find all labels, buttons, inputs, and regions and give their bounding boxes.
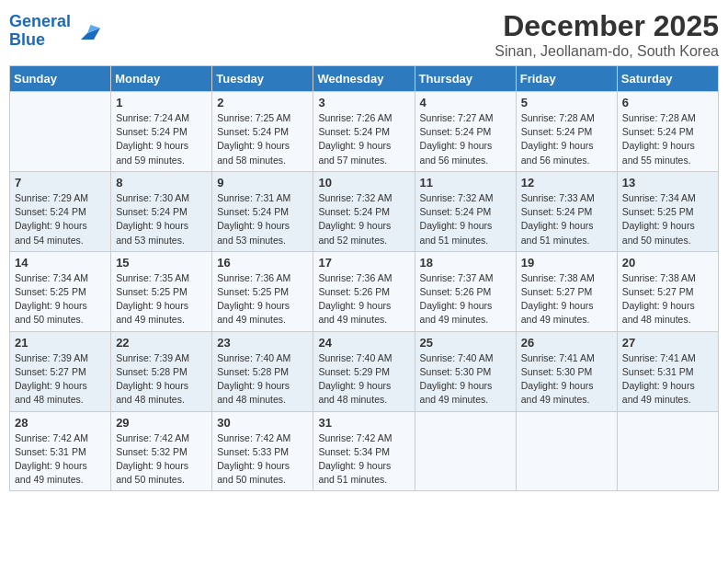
calendar-cell: 27Sunrise: 7:41 AMSunset: 5:31 PMDayligh… <box>617 331 718 411</box>
header-day-thursday: Thursday <box>415 66 516 92</box>
calendar-cell: 15Sunrise: 7:35 AMSunset: 5:25 PMDayligh… <box>111 251 212 331</box>
cell-text: Sunrise: 7:32 AMSunset: 5:24 PMDaylight:… <box>318 191 409 247</box>
header-day-monday: Monday <box>111 66 212 92</box>
cell-text: Sunrise: 7:40 AMSunset: 5:28 PMDaylight:… <box>217 351 308 408</box>
day-number: 15 <box>116 256 207 270</box>
calendar-table: SundayMondayTuesdayWednesdayThursdayFrid… <box>9 65 719 491</box>
calendar-body: 1Sunrise: 7:24 AMSunset: 5:24 PMDaylight… <box>10 92 719 491</box>
day-number: 20 <box>622 256 713 270</box>
day-number: 2 <box>217 96 308 109</box>
calendar-cell: 19Sunrise: 7:38 AMSunset: 5:27 PMDayligh… <box>516 251 617 331</box>
day-number: 13 <box>622 176 713 190</box>
logo-line2: Blue <box>9 30 45 49</box>
day-number: 30 <box>217 416 308 430</box>
calendar-cell: 6Sunrise: 7:28 AMSunset: 5:24 PMDaylight… <box>617 92 718 172</box>
cell-text: Sunrise: 7:39 AMSunset: 5:27 PMDaylight:… <box>15 351 106 408</box>
day-number: 8 <box>116 176 207 190</box>
calendar-cell: 23Sunrise: 7:40 AMSunset: 5:28 PMDayligh… <box>212 331 313 411</box>
day-number: 23 <box>217 336 308 350</box>
calendar-cell: 5Sunrise: 7:28 AMSunset: 5:24 PMDaylight… <box>516 92 617 172</box>
calendar-cell: 4Sunrise: 7:27 AMSunset: 5:24 PMDaylight… <box>415 92 516 172</box>
day-number: 22 <box>116 336 207 350</box>
day-number: 16 <box>217 256 308 270</box>
calendar-cell: 9Sunrise: 7:31 AMSunset: 5:24 PMDaylight… <box>212 171 313 251</box>
day-number: 21 <box>15 336 106 350</box>
page-header: General Blue December 2025 Sinan, Jeolla… <box>9 9 719 60</box>
calendar-cell: 29Sunrise: 7:42 AMSunset: 5:32 PMDayligh… <box>111 411 212 491</box>
calendar-cell: 25Sunrise: 7:40 AMSunset: 5:30 PMDayligh… <box>415 331 516 411</box>
day-number: 10 <box>318 176 409 190</box>
calendar-cell: 16Sunrise: 7:36 AMSunset: 5:25 PMDayligh… <box>212 251 313 331</box>
day-number: 17 <box>318 256 409 270</box>
cell-text: Sunrise: 7:29 AMSunset: 5:24 PMDaylight:… <box>15 191 106 247</box>
cell-text: Sunrise: 7:24 AMSunset: 5:24 PMDaylight:… <box>116 111 207 167</box>
day-number: 9 <box>217 176 308 190</box>
calendar-cell: 22Sunrise: 7:39 AMSunset: 5:28 PMDayligh… <box>111 331 212 411</box>
day-number: 4 <box>420 96 511 109</box>
day-number: 5 <box>521 96 612 109</box>
cell-text: Sunrise: 7:28 AMSunset: 5:24 PMDaylight:… <box>622 111 713 167</box>
week-row-4: 21Sunrise: 7:39 AMSunset: 5:27 PMDayligh… <box>10 331 719 411</box>
week-row-5: 28Sunrise: 7:42 AMSunset: 5:31 PMDayligh… <box>10 411 719 491</box>
cell-text: Sunrise: 7:40 AMSunset: 5:29 PMDaylight:… <box>318 351 409 408</box>
calendar-cell: 3Sunrise: 7:26 AMSunset: 5:24 PMDaylight… <box>313 92 415 172</box>
calendar-cell: 31Sunrise: 7:42 AMSunset: 5:34 PMDayligh… <box>313 411 415 491</box>
day-number: 19 <box>521 256 612 270</box>
cell-text: Sunrise: 7:32 AMSunset: 5:24 PMDaylight:… <box>420 191 511 247</box>
day-number: 18 <box>420 256 511 270</box>
day-number: 25 <box>420 336 511 350</box>
header-day-saturday: Saturday <box>617 66 718 92</box>
cell-text: Sunrise: 7:42 AMSunset: 5:34 PMDaylight:… <box>318 431 409 488</box>
header-day-sunday: Sunday <box>10 66 111 92</box>
cell-text: Sunrise: 7:34 AMSunset: 5:25 PMDaylight:… <box>622 191 713 247</box>
calendar-cell: 11Sunrise: 7:32 AMSunset: 5:24 PMDayligh… <box>415 171 516 251</box>
location-title: Sinan, Jeollanam-do, South Korea <box>495 43 719 60</box>
cell-text: Sunrise: 7:26 AMSunset: 5:24 PMDaylight:… <box>318 111 409 167</box>
day-number: 29 <box>116 416 207 430</box>
calendar-cell: 12Sunrise: 7:33 AMSunset: 5:24 PMDayligh… <box>516 171 617 251</box>
logo-line1: General <box>9 12 71 30</box>
cell-text: Sunrise: 7:37 AMSunset: 5:26 PMDaylight:… <box>420 271 511 327</box>
cell-text: Sunrise: 7:25 AMSunset: 5:24 PMDaylight:… <box>217 111 308 167</box>
calendar-cell: 1Sunrise: 7:24 AMSunset: 5:24 PMDaylight… <box>111 92 212 172</box>
calendar-cell: 18Sunrise: 7:37 AMSunset: 5:26 PMDayligh… <box>415 251 516 331</box>
calendar-cell: 7Sunrise: 7:29 AMSunset: 5:24 PMDaylight… <box>10 171 111 251</box>
day-number: 12 <box>521 176 612 190</box>
cell-text: Sunrise: 7:38 AMSunset: 5:27 PMDaylight:… <box>622 271 713 327</box>
calendar-header: SundayMondayTuesdayWednesdayThursdayFrid… <box>10 66 719 92</box>
logo: General Blue <box>9 13 100 50</box>
cell-text: Sunrise: 7:34 AMSunset: 5:25 PMDaylight:… <box>15 271 106 327</box>
logo-icon <box>74 18 100 44</box>
cell-text: Sunrise: 7:33 AMSunset: 5:24 PMDaylight:… <box>521 191 612 247</box>
calendar-cell: 10Sunrise: 7:32 AMSunset: 5:24 PMDayligh… <box>313 171 415 251</box>
cell-text: Sunrise: 7:30 AMSunset: 5:24 PMDaylight:… <box>116 191 207 247</box>
calendar-cell: 13Sunrise: 7:34 AMSunset: 5:25 PMDayligh… <box>617 171 718 251</box>
cell-text: Sunrise: 7:28 AMSunset: 5:24 PMDaylight:… <box>521 111 612 167</box>
calendar-cell <box>415 411 516 491</box>
cell-text: Sunrise: 7:27 AMSunset: 5:24 PMDaylight:… <box>420 111 511 167</box>
cell-text: Sunrise: 7:40 AMSunset: 5:30 PMDaylight:… <box>420 351 511 408</box>
cell-text: Sunrise: 7:42 AMSunset: 5:31 PMDaylight:… <box>15 431 106 488</box>
calendar-cell: 26Sunrise: 7:41 AMSunset: 5:30 PMDayligh… <box>516 331 617 411</box>
day-number: 24 <box>318 336 409 350</box>
cell-text: Sunrise: 7:42 AMSunset: 5:33 PMDaylight:… <box>217 431 308 488</box>
calendar-cell <box>516 411 617 491</box>
header-day-wednesday: Wednesday <box>313 66 415 92</box>
calendar-cell: 8Sunrise: 7:30 AMSunset: 5:24 PMDaylight… <box>111 171 212 251</box>
day-number: 6 <box>622 96 713 109</box>
cell-text: Sunrise: 7:42 AMSunset: 5:32 PMDaylight:… <box>116 431 207 488</box>
cell-text: Sunrise: 7:41 AMSunset: 5:30 PMDaylight:… <box>521 351 612 408</box>
cell-text: Sunrise: 7:39 AMSunset: 5:28 PMDaylight:… <box>116 351 207 408</box>
calendar-cell: 17Sunrise: 7:36 AMSunset: 5:26 PMDayligh… <box>313 251 415 331</box>
cell-text: Sunrise: 7:36 AMSunset: 5:25 PMDaylight:… <box>217 271 308 327</box>
day-number: 26 <box>521 336 612 350</box>
day-number: 28 <box>15 416 106 430</box>
title-block: December 2025 Sinan, Jeollanam-do, South… <box>495 9 719 60</box>
calendar-cell: 14Sunrise: 7:34 AMSunset: 5:25 PMDayligh… <box>10 251 111 331</box>
day-number: 27 <box>622 336 713 350</box>
day-number: 11 <box>420 176 511 190</box>
day-number: 3 <box>318 96 409 109</box>
day-number: 14 <box>15 256 106 270</box>
cell-text: Sunrise: 7:35 AMSunset: 5:25 PMDaylight:… <box>116 271 207 327</box>
day-number: 7 <box>15 176 106 190</box>
